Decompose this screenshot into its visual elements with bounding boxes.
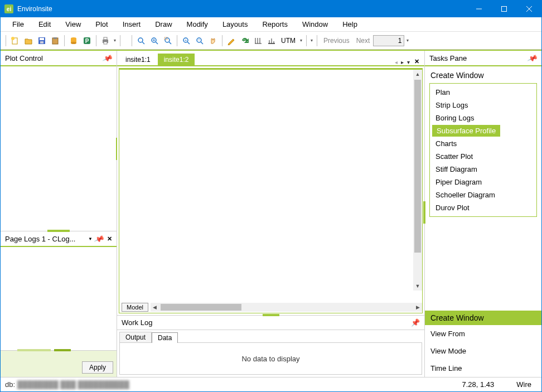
save-button[interactable] <box>36 35 48 47</box>
canvas-viewport[interactable]: ▲ ▼ <box>119 70 422 302</box>
menu-help[interactable]: Help <box>335 18 365 30</box>
view-mode-button[interactable]: View Mode <box>425 342 541 360</box>
pin-icon[interactable]: 📌 <box>102 52 113 64</box>
menu-reports[interactable]: Reports <box>255 18 295 30</box>
page-dropdown[interactable]: ▾ <box>405 38 410 43</box>
tasks-item-piper-diagram[interactable]: Piper Diagram <box>430 176 536 188</box>
page-logs-dropdown-icon[interactable]: ▼ <box>88 236 93 241</box>
work-tab-data[interactable]: Data <box>152 332 178 343</box>
page-logs-close-icon[interactable]: ✕ <box>107 235 112 243</box>
model-tab[interactable]: Model <box>122 303 148 312</box>
tab-insite1-2[interactable]: insite1:2 <box>158 54 195 65</box>
tasks-pin-icon[interactable]: 📌 <box>527 52 538 64</box>
menu-edit[interactable]: Edit <box>31 18 58 30</box>
tasks-item-schoeller-diagram[interactable]: Schoeller Diagram <box>430 188 536 201</box>
create-window-bar[interactable]: Create Window <box>425 311 541 325</box>
svg-text:P: P <box>85 38 89 44</box>
work-tab-output[interactable]: Output <box>119 332 152 342</box>
menu-file[interactable]: File <box>5 18 31 30</box>
right-column: Tasks Pane 📌 Create Window Plan Strip Lo… <box>424 51 541 377</box>
menu-view[interactable]: View <box>58 18 88 30</box>
view-from-button[interactable]: View From <box>425 325 541 342</box>
svg-line-33 <box>201 42 203 44</box>
scroll-thumb-v[interactable] <box>414 80 421 253</box>
titlebar: ei EnviroInsite <box>1 1 541 17</box>
scroll-left-icon[interactable]: ◀ <box>151 303 159 312</box>
tasks-item-subsurface-profile[interactable]: Subsurface Profile <box>432 125 500 137</box>
work-log-header: Work Log 📌 <box>117 316 424 330</box>
horizontal-scrollbar[interactable]: ◀ ▶ <box>151 303 422 312</box>
splitter-handle-h[interactable] <box>47 230 70 232</box>
apply-button[interactable]: Apply <box>82 361 113 374</box>
paste-button[interactable] <box>49 35 61 47</box>
menu-layouts[interactable]: Layouts <box>215 18 255 30</box>
scroll-thumb-h[interactable] <box>161 304 241 311</box>
tasks-item-strip-logs[interactable]: Strip Logs <box>430 99 536 112</box>
tasks-item-boring-logs[interactable]: Boring Logs <box>430 112 536 124</box>
tasks-pane-header: Tasks Pane 📌 <box>425 51 541 66</box>
tab-close-button[interactable]: ✕ <box>412 58 422 65</box>
database-button[interactable] <box>67 35 80 47</box>
print-button[interactable] <box>99 35 112 47</box>
previous-button[interactable]: Previous <box>320 36 353 46</box>
tasks-item-stiff-diagram[interactable]: Stiff Diagram <box>430 163 536 176</box>
tasks-item-scatter-plot[interactable]: Scatter Plot <box>430 150 536 163</box>
tasks-item-durov-plot[interactable]: Durov Plot <box>430 201 536 214</box>
page-logs-pin-icon[interactable]: 📌 <box>94 233 105 244</box>
extra-dropdown[interactable]: ▾ <box>309 38 314 43</box>
zoom-window-button[interactable] <box>162 35 174 47</box>
zoom-minus-button[interactable]: − <box>193 35 206 47</box>
next-button[interactable]: Next <box>353 36 374 46</box>
minimize-button[interactable] <box>466 1 491 17</box>
document-canvas[interactable]: ▲ ▼ Model ◀ ▶ <box>119 68 423 313</box>
menu-draw[interactable]: Draw <box>148 18 179 30</box>
tab-nav-menu[interactable]: ▾ <box>405 59 412 65</box>
zoom-plus-button[interactable]: + <box>180 35 192 47</box>
splitter-handle-light[interactable] <box>17 349 51 351</box>
project-button[interactable]: P <box>81 35 93 47</box>
zoom-in-button[interactable] <box>148 35 161 47</box>
zoom-minus-icon: − <box>195 36 204 45</box>
zoom-extents-button[interactable] <box>135 35 147 47</box>
time-line-button[interactable]: Time Line <box>425 360 541 377</box>
tracks-button[interactable] <box>252 35 264 47</box>
close-button[interactable] <box>516 1 541 17</box>
page-number-input[interactable] <box>373 35 404 46</box>
tab-insite1-1[interactable]: insite1:1 <box>119 54 157 65</box>
utm-label[interactable]: UTM <box>279 37 298 45</box>
menu-window[interactable]: Window <box>295 18 335 30</box>
redo-icon <box>240 36 249 45</box>
scroll-down-icon[interactable]: ▼ <box>413 282 422 291</box>
menu-insert[interactable]: Insert <box>115 18 148 30</box>
tasks-item-plan[interactable]: Plan <box>430 86 536 99</box>
database-icon <box>69 36 78 45</box>
tasks-item-charts[interactable]: Charts <box>430 137 536 150</box>
baseline-button[interactable] <box>265 35 278 47</box>
menu-modify[interactable]: Modify <box>180 18 215 30</box>
center-splitter-handle[interactable] <box>263 314 279 316</box>
redo-button[interactable] <box>239 35 251 47</box>
new-file-button[interactable] <box>9 35 21 47</box>
status-coordinates: 7.28, 1.43 <box>462 380 494 389</box>
menu-plot[interactable]: Plot <box>88 18 115 30</box>
work-log-pin-icon[interactable]: 📌 <box>411 318 420 327</box>
print-dropdown[interactable]: ▾ <box>113 38 117 43</box>
vertical-scrollbar[interactable]: ▲ ▼ <box>413 70 422 291</box>
pencil-button[interactable] <box>225 35 238 47</box>
tab-nav-prev[interactable]: ◂ <box>393 59 399 65</box>
scroll-up-icon[interactable]: ▲ <box>413 70 422 79</box>
splitter-handle-dark[interactable] <box>54 349 71 351</box>
status-db-path: ████████ ███ ██████████ <box>17 380 129 389</box>
utm-dropdown[interactable]: ▾ <box>299 38 303 43</box>
pan-button[interactable] <box>207 35 219 47</box>
maximize-button[interactable] <box>491 1 516 17</box>
open-file-button[interactable] <box>22 35 35 47</box>
tab-nav-next[interactable]: ▸ <box>399 59 405 65</box>
scroll-right-icon[interactable]: ▶ <box>413 303 422 312</box>
svg-point-25 <box>165 38 170 42</box>
zoom-extents-icon <box>137 36 146 45</box>
plot-control-title: Plot Control <box>5 54 103 62</box>
plot-control-header: Plot Control 📌 <box>1 51 117 66</box>
new-file-icon <box>11 36 20 45</box>
right-splitter-handle[interactable] <box>423 201 425 224</box>
